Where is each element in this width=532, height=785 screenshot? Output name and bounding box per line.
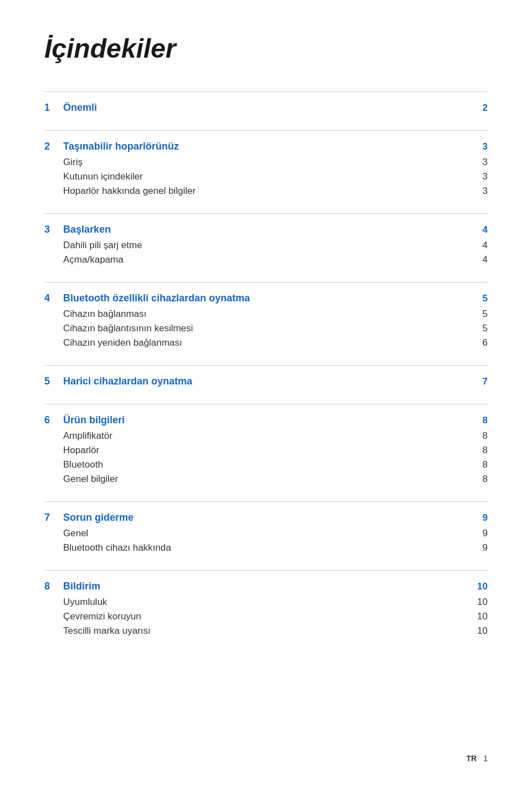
sub-entry-label-s6-2: Bluetooth (63, 459, 477, 470)
section-label-s1: Önemli (63, 102, 477, 114)
sub-entry-page-s2-1: 3 (477, 171, 488, 182)
section-page-s3: 4 (477, 224, 488, 235)
section-label-s2: Taşınabilir hoparlörünüz (63, 141, 477, 152)
toc-sub-entry-s4-1[interactable]: Cihazın bağlantısının kesilmesi5 (44, 323, 488, 334)
toc-sub-entry-s6-3[interactable]: Genel bilgiler8 (44, 474, 488, 485)
sub-entry-label-s3-1: Açma/kapama (63, 254, 477, 265)
section-page-s4: 5 (477, 293, 488, 304)
sub-entry-label-s4-0: Cihazın bağlanması (63, 309, 477, 320)
toc-sub-entry-s6-1[interactable]: Hoparlör8 (44, 445, 488, 456)
toc-sub-entry-s3-0[interactable]: Dahili pili şarj etme4 (44, 240, 488, 251)
toc-sub-entry-s2-0[interactable]: Giriş3 (44, 157, 488, 168)
toc-section-header-s4[interactable]: 4Bluetooth özellikli cihazlardan oynatma… (44, 293, 488, 304)
sub-entry-page-s6-3: 8 (477, 474, 488, 485)
toc-sub-entry-s2-1[interactable]: Kutunun içindekiler3 (44, 171, 488, 182)
sub-entry-label-s4-1: Cihazın bağlantısının kesilmesi (63, 323, 477, 334)
section-divider-s4 (44, 282, 488, 283)
sub-entry-page-s2-2: 3 (477, 186, 488, 197)
section-number-s3: 3 (44, 224, 55, 235)
toc-section-s1: 1Önemli2 (44, 91, 488, 114)
sub-entry-page-s4-2: 6 (477, 337, 488, 348)
section-number-s8: 8 (44, 581, 55, 592)
section-label-s5: Harici cihazlardan oynatma (63, 376, 477, 387)
sub-entry-label-s6-1: Hoparlör (63, 445, 477, 456)
footer-page: 1 (483, 754, 488, 763)
section-label-s3: Başlarken (63, 224, 477, 235)
section-divider-s5 (44, 365, 488, 366)
section-number-s1: 1 (44, 102, 55, 114)
toc-section-s3: 3Başlarken4Dahili pili şarj etme4Açma/ka… (44, 213, 488, 265)
toc-sub-entry-s7-1[interactable]: Bluetooth cihazı hakkında9 (44, 542, 488, 553)
sub-entry-label-s6-0: Amplifikatör (63, 430, 477, 442)
sub-entry-label-s3-0: Dahili pili şarj etme (63, 240, 477, 251)
section-label-s7: Sorun giderme (63, 512, 477, 524)
sub-entry-label-s8-0: Uyumluluk (63, 597, 477, 608)
section-page-s7: 9 (477, 512, 488, 524)
toc-section-header-s5[interactable]: 5Harici cihazlardan oynatma7 (44, 376, 488, 387)
toc-section-header-s8[interactable]: 8Bildirim10 (44, 581, 488, 592)
sub-entry-label-s8-2: Tescilli marka uyarısı (63, 625, 477, 637)
sub-entry-label-s7-1: Bluetooth cihazı hakkında (63, 542, 477, 553)
sub-entry-page-s8-2: 10 (477, 625, 488, 637)
sub-entry-page-s4-0: 5 (477, 309, 488, 320)
sub-entry-page-s3-1: 4 (477, 254, 488, 265)
sub-entry-label-s2-1: Kutunun içindekiler (63, 171, 477, 182)
toc-section-s6: 6Ürün bilgileri8Amplifikatör8Hoparlör8Bl… (44, 404, 488, 485)
sub-entry-label-s8-1: Çevremizi koruyun (63, 611, 477, 622)
sub-entry-label-s4-2: Cihazın yeniden bağlanması (63, 337, 477, 348)
footer: TR 1 (467, 754, 488, 763)
section-divider-s7 (44, 501, 488, 502)
sub-entry-label-s2-0: Giriş (63, 157, 477, 168)
toc-section-header-s2[interactable]: 2Taşınabilir hoparlörünüz3 (44, 141, 488, 152)
sub-entry-label-s6-3: Genel bilgiler (63, 474, 477, 485)
sub-entry-page-s8-0: 10 (477, 597, 488, 608)
toc-container: 1Önemli22Taşınabilir hoparlörünüz3Giriş3… (44, 91, 488, 637)
sub-entry-page-s6-2: 8 (477, 459, 488, 470)
toc-sub-entry-s8-2[interactable]: Tescilli marka uyarısı10 (44, 625, 488, 637)
toc-section-header-s6[interactable]: 6Ürün bilgileri8 (44, 414, 488, 426)
toc-section-s8: 8Bildirim10Uyumluluk10Çevremizi koruyun1… (44, 570, 488, 637)
toc-sub-entry-s3-1[interactable]: Açma/kapama4 (44, 254, 488, 265)
toc-sub-entry-s8-0[interactable]: Uyumluluk10 (44, 597, 488, 608)
section-divider-s2 (44, 130, 488, 131)
toc-section-header-s3[interactable]: 3Başlarken4 (44, 224, 488, 235)
toc-sub-entry-s4-2[interactable]: Cihazın yeniden bağlanması6 (44, 337, 488, 348)
section-page-s5: 7 (477, 376, 488, 387)
sub-entry-page-s6-1: 8 (477, 445, 488, 456)
sub-entry-page-s7-0: 9 (477, 528, 488, 539)
toc-sub-entry-s4-0[interactable]: Cihazın bağlanması5 (44, 309, 488, 320)
section-divider-s1 (44, 91, 488, 92)
section-label-s4: Bluetooth özellikli cihazlardan oynatma (63, 293, 477, 304)
sub-entry-page-s7-1: 9 (477, 542, 488, 553)
toc-section-header-s7[interactable]: 7Sorun giderme9 (44, 512, 488, 524)
sub-entry-label-s2-2: Hoparlör hakkında genel bilgiler (63, 186, 477, 197)
toc-section-s4: 4Bluetooth özellikli cihazlardan oynatma… (44, 282, 488, 348)
toc-section-s5: 5Harici cihazlardan oynatma7 (44, 365, 488, 387)
section-number-s2: 2 (44, 141, 55, 152)
section-page-s2: 3 (477, 141, 488, 152)
toc-sub-entry-s6-0[interactable]: Amplifikatör8 (44, 430, 488, 442)
sub-entry-label-s7-0: Genel (63, 528, 477, 539)
section-divider-s6 (44, 404, 488, 404)
sub-entry-page-s8-1: 10 (477, 611, 488, 622)
toc-section-header-s1[interactable]: 1Önemli2 (44, 102, 488, 114)
section-page-s6: 8 (477, 415, 488, 426)
page-title: İçindekiler (44, 33, 488, 64)
sub-entry-page-s4-1: 5 (477, 323, 488, 334)
sub-entry-page-s6-0: 8 (477, 430, 488, 442)
toc-section-s7: 7Sorun giderme9Genel9Bluetooth cihazı ha… (44, 501, 488, 553)
toc-sub-entry-s6-2[interactable]: Bluetooth8 (44, 459, 488, 470)
toc-sub-entry-s8-1[interactable]: Çevremizi koruyun10 (44, 611, 488, 622)
sub-entry-page-s2-0: 3 (477, 157, 488, 168)
toc-sub-entry-s7-0[interactable]: Genel9 (44, 528, 488, 539)
footer-lang: TR (467, 754, 477, 763)
section-page-s8: 10 (477, 581, 488, 592)
toc-sub-entry-s2-2[interactable]: Hoparlör hakkında genel bilgiler3 (44, 186, 488, 197)
toc-section-s2: 2Taşınabilir hoparlörünüz3Giriş3Kutunun … (44, 130, 488, 197)
section-page-s1: 2 (477, 102, 488, 114)
section-number-s4: 4 (44, 293, 55, 304)
section-divider-s3 (44, 213, 488, 214)
section-number-s6: 6 (44, 414, 55, 426)
section-number-s5: 5 (44, 376, 55, 387)
section-divider-s8 (44, 570, 488, 571)
